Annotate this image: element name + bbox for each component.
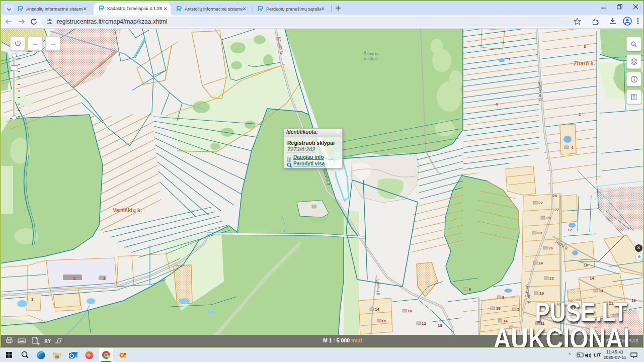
svg-text:24: 24 [538,261,543,265]
svg-text:26: 26 [548,246,553,250]
svg-text:Vartiškių k.: Vartiškių k. [113,207,142,213]
svg-text:4: 4 [571,145,574,150]
svg-text:22: 22 [538,201,543,205]
svg-text:XY: XY [44,338,51,344]
svg-text:25: 25 [552,194,557,198]
svg-text:19: 19 [539,291,544,296]
svg-text:Saulėnų g.: Saulėnų g. [537,81,543,102]
svg-text:1: 1 [103,276,106,281]
svg-text:miškas: miškas [364,56,378,61]
svg-text:5: 5 [517,307,520,312]
svg-text:16: 16 [631,298,636,303]
svg-text:14: 14 [375,307,379,312]
svg-text:16: 16 [584,263,588,267]
svg-text:2: 2 [73,276,76,281]
svg-text:20: 20 [546,216,551,220]
svg-text:27: 27 [554,208,559,212]
svg-text:Šiluvos: Šiluvos [363,51,378,56]
svg-text:18: 18 [438,323,442,328]
svg-text:12: 12 [422,321,426,326]
svg-text:6: 6 [469,287,471,292]
svg-text:16: 16 [496,306,501,311]
svg-text:1: 1 [508,57,511,61]
svg-text:2: 2 [579,112,581,117]
svg-text:3: 3 [584,44,586,49]
svg-text:8: 8 [502,295,505,300]
svg-text:12: 12 [568,228,572,232]
svg-text:14: 14 [590,276,594,281]
svg-text:28: 28 [537,231,542,235]
svg-text:10: 10 [408,309,412,313]
svg-text:Zbaro k.: Zbaro k. [574,60,595,66]
svg-text:4: 4 [496,102,498,107]
svg-text:22: 22 [549,276,554,281]
svg-text:3: 3 [31,297,34,302]
svg-text:13: 13 [599,289,603,293]
svg-text:15: 15 [381,319,386,323]
